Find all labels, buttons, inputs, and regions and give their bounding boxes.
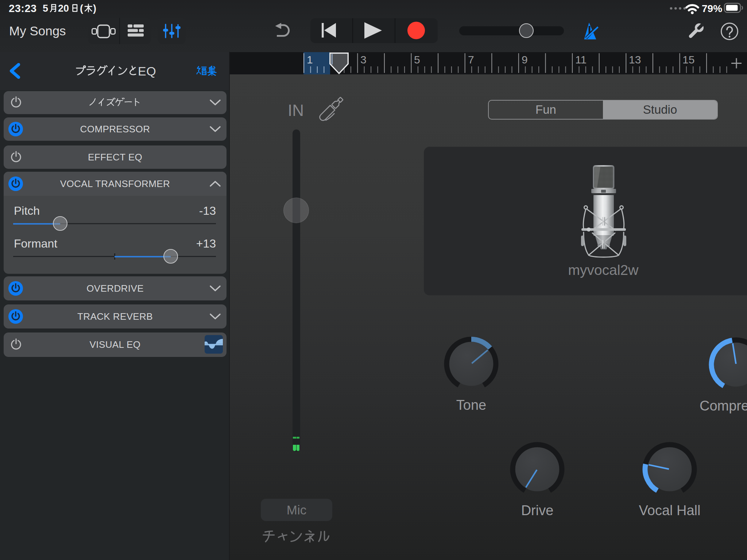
svg-text:13: 13: [629, 54, 641, 66]
svg-text:11: 11: [575, 54, 587, 66]
svg-text:7: 7: [468, 54, 474, 66]
svg-text:1: 1: [307, 54, 313, 66]
svg-text:15: 15: [682, 54, 694, 66]
svg-text:5: 5: [414, 54, 420, 66]
svg-text:3: 3: [360, 54, 367, 66]
svg-text:9: 9: [522, 54, 528, 66]
